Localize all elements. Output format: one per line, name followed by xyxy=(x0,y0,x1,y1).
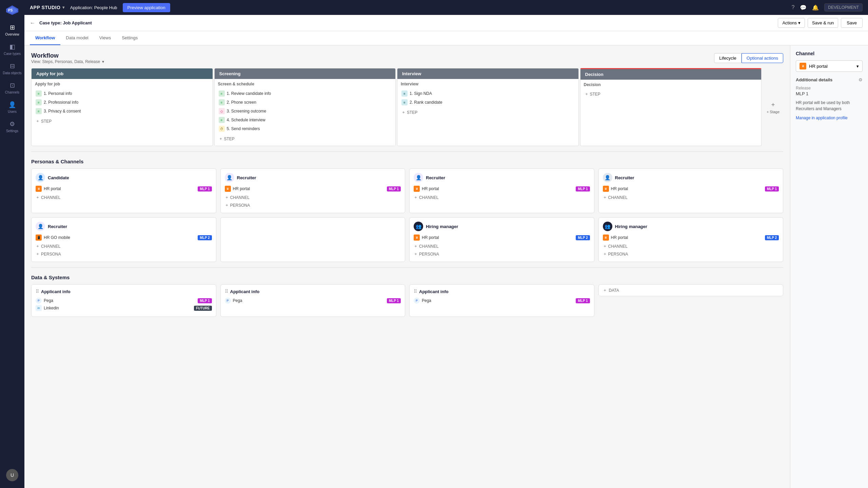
svg-text:PS: PS xyxy=(8,8,13,12)
user-avatar[interactable]: U xyxy=(6,469,18,481)
channel-badge-mlp1-2: MLP 1 xyxy=(387,186,401,191)
add-channel-hiring-interview[interactable]: ＋ CHANNEL xyxy=(414,243,590,250)
step-icon-rank: ≡ xyxy=(401,99,408,105)
step-icon-professional: ≡ xyxy=(36,99,42,105)
tab-data-model[interactable]: Data model xyxy=(60,31,94,45)
data-dots-icon-apply: ⠿ xyxy=(36,289,39,294)
channel-icon-hr-portal-2: 🖥 xyxy=(225,186,231,192)
preview-button[interactable]: Preview application xyxy=(123,3,170,12)
add-persona-hiring-decision[interactable]: ＋ PERSONA xyxy=(603,250,779,258)
save-run-button[interactable]: Save & run xyxy=(808,18,838,28)
pega-badge-screening: MLP 1 xyxy=(387,298,401,303)
save-button[interactable]: Save xyxy=(841,18,863,28)
step-screening-outcome[interactable]: ◇ 3. Screening outcome xyxy=(218,107,392,116)
persona-avatar-recruiter-apply2: 👤 xyxy=(36,222,45,231)
add-step-interview[interactable]: ＋ STEP xyxy=(401,108,575,117)
channel-select-dropdown[interactable]: 🖥 HR portal ▾ xyxy=(796,60,863,72)
data-card-screening: ⠿ Applicant info P Pega MLP 1 xyxy=(220,284,406,317)
manage-link[interactable]: Manage in application profile xyxy=(796,116,848,120)
persona-name-recruiter-interview: Recruiter xyxy=(426,175,445,180)
add-persona-icon-5: ＋ xyxy=(36,251,40,257)
pega-icon-screening: P xyxy=(225,298,231,304)
add-channel-apply2[interactable]: ＋ CHANNEL xyxy=(36,243,212,250)
help-icon[interactable]: ? xyxy=(791,4,794,11)
step-send-reminders[interactable]: ⏱ 5. Send reminders xyxy=(218,124,392,133)
add-persona-icon-6: ＋ xyxy=(414,251,418,257)
app-logo[interactable]: PS xyxy=(5,3,20,18)
persona-avatar-recruiter-interview: 👤 xyxy=(414,173,423,182)
pega-badge-apply: MLP 1 xyxy=(198,298,212,303)
channel-select-inner: 🖥 HR portal xyxy=(800,63,828,69)
data-source-pega-interview: P Pega MLP 1 xyxy=(414,298,590,304)
add-channel-hiring-decision[interactable]: ＋ CHANNEL xyxy=(603,243,779,250)
add-step-decision[interactable]: ＋ STEP xyxy=(584,90,758,98)
add-step-apply[interactable]: ＋ STEP xyxy=(35,117,209,125)
channel-row-hr-portal-6: 🖥 HR portal MLP 2 xyxy=(603,235,779,241)
step-review-candidate[interactable]: ≡ 1. Review candidate info xyxy=(218,89,392,98)
add-persona-apply2[interactable]: ＋ PERSONA xyxy=(36,250,212,258)
step-phone-screen[interactable]: ≡ 2. Phone screen xyxy=(218,98,392,107)
data-card-apply: ⠿ Applicant info P Pega MLP 1 in Linkedi… xyxy=(31,284,216,317)
back-button[interactable]: ← xyxy=(30,20,35,26)
add-step-icon: ＋ xyxy=(36,118,40,124)
step-icon-schedule: ≡ xyxy=(219,117,225,123)
add-data-plus-icon: ＋ xyxy=(603,287,607,293)
add-channel-screening[interactable]: ＋ CHANNEL xyxy=(225,194,401,201)
optional-actions-button[interactable]: Optional actions xyxy=(742,53,783,63)
sidebar-item-users[interactable]: 👤 Users xyxy=(0,98,24,117)
stage-interview-header: Interview xyxy=(397,68,578,79)
sidebar: PS ⊞ Overview ◧ Case types ⊟ Data object… xyxy=(0,0,24,488)
step-privacy-consent[interactable]: ≡ 3. Privacy & consent xyxy=(35,107,209,116)
add-step-screening[interactable]: ＋ STEP xyxy=(218,135,392,143)
stage-decision: Decision Decision ＋ STEP xyxy=(580,68,762,146)
step-rank-candidate[interactable]: ≡ 2. Rank candidate xyxy=(401,98,575,107)
data-objects-icon: ⊟ xyxy=(10,62,15,70)
step-icon-screening: ◇ xyxy=(219,108,225,114)
detail-note: HR portal will be used by both Recruiter… xyxy=(796,100,863,112)
case-types-icon: ◧ xyxy=(9,43,15,50)
step-personal-info[interactable]: ≡ 1. Personal info xyxy=(35,89,209,98)
notification-icon[interactable]: 🔔 xyxy=(812,4,819,11)
add-stage-button[interactable]: ＋ + Stage xyxy=(763,68,783,146)
stage-screening-header: Screening xyxy=(215,68,396,79)
persona-name-recruiter-apply2: Recruiter xyxy=(48,224,67,229)
channel-name-hr-portal-6: HR portal xyxy=(611,235,763,240)
data-card-apply-header: ⠿ Applicant info xyxy=(36,289,212,294)
add-channel-decision[interactable]: ＋ CHANNEL xyxy=(603,194,779,201)
channel-icon-hr-portal-4: 🖥 xyxy=(603,186,609,192)
tab-workflow[interactable]: Workflow xyxy=(30,31,60,45)
tab-views[interactable]: Views xyxy=(94,31,116,45)
persona-header-recruiter-interview: 👤 Recruiter xyxy=(414,173,590,182)
add-persona-hiring-interview[interactable]: ＋ PERSONA xyxy=(414,250,590,258)
persona-name-candidate: Candidate xyxy=(48,175,69,180)
actions-chevron-icon: ▾ xyxy=(798,20,801,25)
actions-button[interactable]: Actions ▾ xyxy=(778,18,805,28)
tab-settings[interactable]: Settings xyxy=(116,31,143,45)
chat-icon[interactable]: 💬 xyxy=(800,4,807,11)
sidebar-item-case-types[interactable]: ◧ Case types xyxy=(0,40,24,59)
step-sign-nda[interactable]: ≡ 1. Sign NDA xyxy=(401,89,575,98)
step-professional-info[interactable]: ≡ 2. Professional info xyxy=(35,98,209,107)
workflow-view-selector[interactable]: View: Steps, Personas, Data, Release ▾ xyxy=(31,59,104,64)
add-channel-candidate[interactable]: ＋ CHANNEL xyxy=(36,194,212,201)
add-data-button[interactable]: ＋ DATA xyxy=(598,284,784,296)
channel-panel-title: Channel xyxy=(796,51,863,56)
app-studio-name: APP STUDIO ▾ xyxy=(30,5,65,10)
data-section-title: Data & Systems xyxy=(31,274,783,280)
sidebar-item-overview[interactable]: ⊞ Overview xyxy=(0,20,24,40)
add-persona-screening[interactable]: ＋ PERSONA xyxy=(225,202,401,209)
add-channel-icon-5: ＋ xyxy=(36,243,40,249)
stage-apply: Apply for job Apply for job ≡ 1. Persona… xyxy=(31,68,213,146)
gear-icon[interactable]: ⚙ xyxy=(859,77,863,82)
channel-badge-mlp1-1: MLP 1 xyxy=(198,186,212,191)
application-label: Application: People Hub xyxy=(70,5,117,10)
sidebar-item-channels[interactable]: ⊡ Channels xyxy=(0,78,24,98)
sidebar-item-data-objects[interactable]: ⊟ Data objects xyxy=(0,59,24,78)
step-schedule-interview[interactable]: ≡ 4. Schedule interview xyxy=(218,116,392,124)
persona-name-hiring-interview: Hiring manager xyxy=(426,224,458,229)
sidebar-item-settings[interactable]: ⚙ Settings xyxy=(0,117,24,136)
add-channel-interview[interactable]: ＋ CHANNEL xyxy=(414,194,590,201)
casetype-bar: ← Case type: Job Applicant Actions ▾ Sav… xyxy=(24,15,868,31)
lifecycle-button[interactable]: Lifecycle xyxy=(714,53,742,63)
add-persona-icon-2: ＋ xyxy=(225,202,229,208)
